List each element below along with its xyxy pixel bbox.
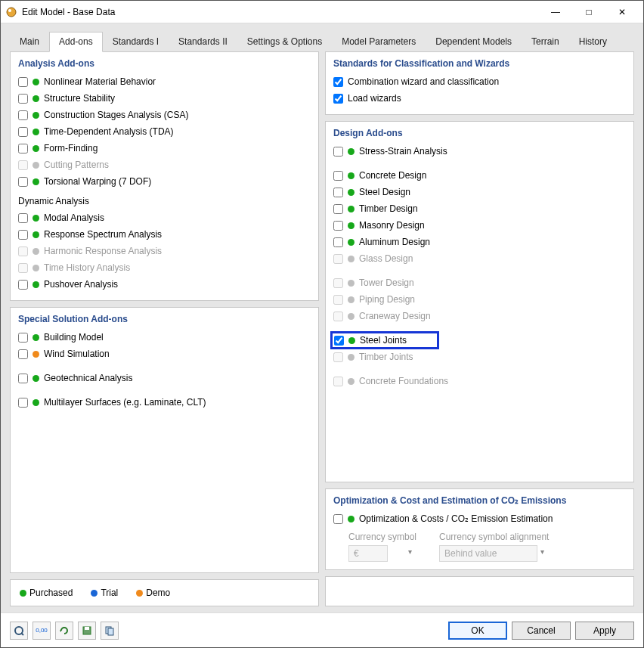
- tool-reset-icon[interactable]: [55, 622, 73, 640]
- dot-icon: [136, 590, 143, 597]
- footer: 0,00 OK Cancel Apply: [1, 612, 643, 647]
- option-label: Nonlinear Material Behavior: [44, 76, 156, 87]
- apply-button[interactable]: Apply: [575, 622, 634, 640]
- checkbox[interactable]: [18, 230, 28, 240]
- checkbox[interactable]: [18, 177, 28, 187]
- option-row: Steel Joints: [333, 332, 626, 349]
- checkbox-optimization[interactable]: [333, 514, 343, 524]
- dot-icon: [348, 516, 355, 522]
- checkbox[interactable]: [333, 188, 343, 197]
- maximize-button[interactable]: □: [572, 2, 605, 23]
- tab-terrain[interactable]: Terrain: [522, 32, 569, 52]
- checkbox[interactable]: [333, 94, 343, 104]
- checkbox[interactable]: [18, 77, 28, 87]
- checkbox[interactable]: [333, 171, 343, 181]
- tool-save-icon[interactable]: [78, 622, 96, 640]
- option-row: Time History Analysis: [18, 259, 311, 276]
- dot-icon: [348, 172, 355, 179]
- checkbox[interactable]: [18, 374, 28, 383]
- dot-icon: [33, 178, 39, 185]
- checkbox[interactable]: [333, 147, 343, 157]
- checkbox: [333, 254, 343, 264]
- option-row: Time-Dependent Analysis (TDA): [18, 123, 311, 140]
- option-label: Masonry Design: [359, 220, 425, 231]
- checkbox[interactable]: [333, 77, 343, 87]
- design-addons-panel: Design Add-ons Stress-Strain Analysis Co…: [325, 121, 634, 482]
- option-label: Geotechnical Analysis: [44, 373, 132, 383]
- close-button[interactable]: ✕: [605, 2, 639, 23]
- checkbox[interactable]: [18, 144, 28, 153]
- option-label: Combination wizard and classification: [348, 76, 499, 87]
- checkbox[interactable]: [333, 204, 343, 214]
- dot-icon: [20, 590, 26, 597]
- svg-point-1: [8, 9, 11, 12]
- option-label: Form-Finding: [44, 143, 98, 153]
- checkbox[interactable]: [334, 336, 344, 346]
- dot-icon: [33, 162, 39, 169]
- special-addons-panel: Special Solution Add-ons Building ModelW…: [10, 307, 319, 573]
- checkbox[interactable]: [18, 110, 28, 120]
- svg-point-0: [7, 8, 16, 17]
- option-row: Concrete Design: [333, 167, 626, 184]
- option-label: Time-Dependent Analysis (TDA): [44, 126, 174, 137]
- option-label: Concrete Design: [359, 170, 426, 181]
- checkbox[interactable]: [18, 94, 28, 104]
- option-row: Harmonic Response Analysis: [18, 243, 311, 259]
- svg-rect-8: [108, 628, 113, 635]
- tab-add-ons[interactable]: Add-ons: [49, 32, 103, 52]
- alignment-label: Currency symbol alignment: [439, 532, 549, 542]
- currency-select[interactable]: €: [348, 545, 388, 562]
- dynamic-analysis-header: Dynamic Analysis: [18, 196, 311, 206]
- option-row: Piping Design: [333, 291, 626, 308]
- tab-model-parameters[interactable]: Model Parameters: [332, 32, 426, 52]
- tab-standards-ii[interactable]: Standards II: [169, 32, 237, 52]
- tab-dependent-models[interactable]: Dependent Models: [426, 32, 522, 52]
- tool-units-icon[interactable]: 0,00: [33, 622, 51, 640]
- option-label: Timber Design: [359, 203, 418, 214]
- option-label: Tower Design: [359, 277, 414, 288]
- alignment-select[interactable]: Behind value: [439, 545, 537, 562]
- dot-icon: [348, 280, 355, 287]
- option-label: Aluminum Design: [359, 237, 430, 247]
- option-label: Modal Analysis: [44, 212, 104, 223]
- panel-title: Analysis Add-ons: [18, 58, 311, 69]
- checkbox[interactable]: [18, 280, 28, 290]
- checkbox[interactable]: [18, 213, 28, 223]
- svg-line-3: [21, 633, 23, 635]
- panel-title: Optimization & Cost and Estimation of CO…: [333, 495, 626, 506]
- option-row: Load wizards: [333, 90, 626, 107]
- window-title: Edit Model - Base Data: [22, 7, 539, 17]
- tab-settings-options[interactable]: Settings & Options: [237, 32, 332, 52]
- tab-main[interactable]: Main: [10, 32, 49, 52]
- panel-title: Design Add-ons: [333, 128, 626, 138]
- tab-standards-i[interactable]: Standards I: [103, 32, 169, 52]
- dot-icon: [348, 189, 355, 196]
- option-label: Cutting Patterns: [44, 160, 109, 170]
- checkbox[interactable]: [18, 127, 28, 137]
- tool-copy-icon[interactable]: [101, 622, 119, 640]
- option-row: Construction Stages Analysis (CSA): [18, 107, 311, 123]
- tabbar: MainAdd-onsStandards IStandards IISettin…: [1, 23, 643, 51]
- option-label: Harmonic Response Analysis: [44, 246, 162, 256]
- option-label: Multilayer Surfaces (e.g. Laminate, CLT): [44, 397, 206, 408]
- dot-icon: [348, 222, 355, 229]
- cancel-button[interactable]: Cancel: [512, 622, 571, 640]
- tool-help-icon[interactable]: [10, 622, 28, 640]
- option-row: Pushover Analysis: [18, 276, 311, 293]
- checkbox[interactable]: [333, 237, 343, 247]
- checkbox[interactable]: [18, 398, 28, 408]
- checkbox[interactable]: [333, 221, 343, 231]
- svg-marker-4: [60, 629, 61, 632]
- standards-panel: Standards for Classification and Wizards…: [325, 51, 634, 115]
- legend-panel: Purchased Trial Demo: [10, 579, 319, 606]
- option-label: Wind Simulation: [44, 349, 110, 359]
- dot-icon: [348, 256, 355, 262]
- tab-history[interactable]: History: [569, 32, 617, 52]
- ok-button[interactable]: OK: [448, 622, 507, 640]
- checkbox[interactable]: [18, 349, 28, 359]
- dot-icon: [33, 265, 39, 271]
- option-label: Time History Analysis: [44, 262, 130, 273]
- minimize-button[interactable]: —: [539, 2, 572, 23]
- checkbox[interactable]: [18, 333, 28, 343]
- dot-icon: [348, 313, 355, 320]
